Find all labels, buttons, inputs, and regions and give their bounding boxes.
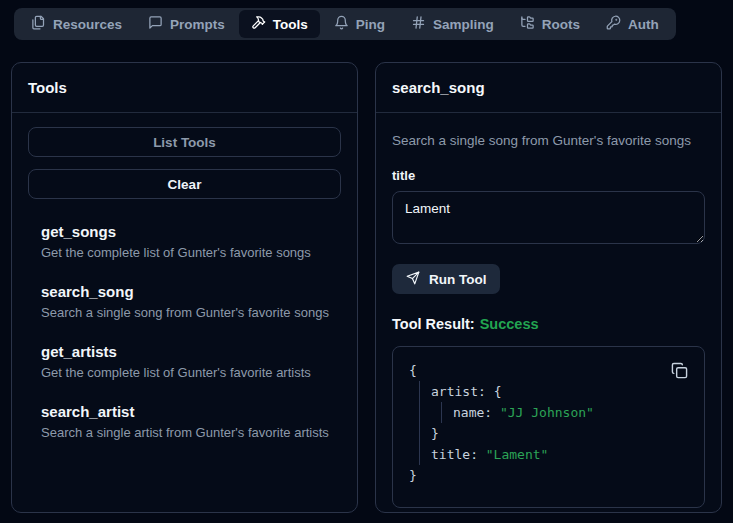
tab-label: Roots: [542, 17, 580, 32]
json-line: title: "Lament": [409, 444, 688, 465]
tools-panel-title: Tools: [12, 63, 357, 113]
json-line: }: [409, 465, 688, 486]
hash-icon: [411, 15, 426, 33]
copy-icon: [671, 362, 688, 379]
json-line: name: "JJ Johnson": [409, 402, 688, 423]
tool-description: Search a single artist from Gunter's fav…: [41, 425, 341, 440]
run-tool-button[interactable]: Run Tool: [392, 264, 500, 294]
title-input[interactable]: Lament: [392, 191, 705, 244]
tool-description: Search a single song from Gunter's favor…: [41, 305, 341, 320]
clear-button[interactable]: Clear: [28, 169, 341, 199]
json-line: }: [409, 423, 688, 444]
json-line: {: [409, 360, 688, 381]
tab-label: Auth: [628, 17, 659, 32]
tab-label: Resources: [53, 17, 122, 32]
send-icon: [406, 271, 420, 288]
folder-tree-icon: [520, 15, 535, 33]
tab-ping[interactable]: Ping: [322, 10, 397, 38]
tool-detail-title: search_song: [376, 63, 721, 113]
tab-label: Ping: [356, 17, 385, 32]
tab-label: Prompts: [170, 17, 225, 32]
tool-result-json-block: { artist: { name: "JJ Johnson" } title: …: [392, 346, 705, 508]
tool-name: search_song: [41, 283, 341, 300]
tab-resources[interactable]: Resources: [19, 10, 134, 38]
tools-panel-body: List Tools Clear get_songs Get the compl…: [12, 113, 357, 512]
content-panels: Tools List Tools Clear get_songs Get the…: [11, 62, 722, 513]
tool-result-status: Success: [480, 316, 539, 332]
copy-result-button[interactable]: [669, 360, 690, 381]
tool-list-item-search-artist[interactable]: search_artist Search a single artist fro…: [41, 403, 341, 440]
tool-description: Get the complete list of Gunter's favori…: [41, 245, 341, 260]
hammer-icon: [251, 15, 266, 33]
tool-detail-description: Search a single song from Gunter's favor…: [392, 133, 705, 148]
tool-list-item-search-song[interactable]: search_song Search a single song from Gu…: [41, 283, 341, 320]
tab-label: Sampling: [433, 17, 494, 32]
tool-detail-body: Search a single song from Gunter's favor…: [376, 113, 721, 512]
tool-description: Get the complete list of Gunter's favori…: [41, 365, 341, 380]
tab-label: Tools: [273, 17, 308, 32]
tool-list-item-get-songs[interactable]: get_songs Get the complete list of Gunte…: [41, 223, 341, 260]
tab-auth[interactable]: Auth: [594, 10, 671, 38]
json-line: artist: {: [409, 381, 688, 402]
tool-list-item-get-artists[interactable]: get_artists Get the complete list of Gun…: [41, 343, 341, 380]
tool-name: get_artists: [41, 343, 341, 360]
tool-list: get_songs Get the complete list of Gunte…: [28, 211, 341, 440]
list-tools-button[interactable]: List Tools: [28, 127, 341, 157]
key-icon: [606, 15, 621, 33]
tool-name: get_songs: [41, 223, 341, 240]
tool-result-label: Tool Result:: [392, 316, 475, 332]
tools-list-panel: Tools List Tools Clear get_songs Get the…: [11, 62, 358, 513]
tab-tools[interactable]: Tools: [239, 10, 320, 38]
message-square-icon: [148, 15, 163, 33]
tab-prompts[interactable]: Prompts: [136, 10, 237, 38]
run-tool-label: Run Tool: [429, 272, 486, 287]
main-tab-bar: Resources Prompts Tools Ping Sampling Ro…: [14, 8, 676, 40]
tool-detail-panel: search_song Search a single song from Gu…: [375, 62, 722, 513]
title-field-label: title: [392, 168, 705, 183]
tab-sampling[interactable]: Sampling: [399, 10, 506, 38]
tool-name: search_artist: [41, 403, 341, 420]
files-icon: [31, 15, 46, 33]
tool-result-line: Tool Result:Success: [392, 316, 705, 332]
bell-icon: [334, 15, 349, 33]
tab-roots[interactable]: Roots: [508, 10, 592, 38]
